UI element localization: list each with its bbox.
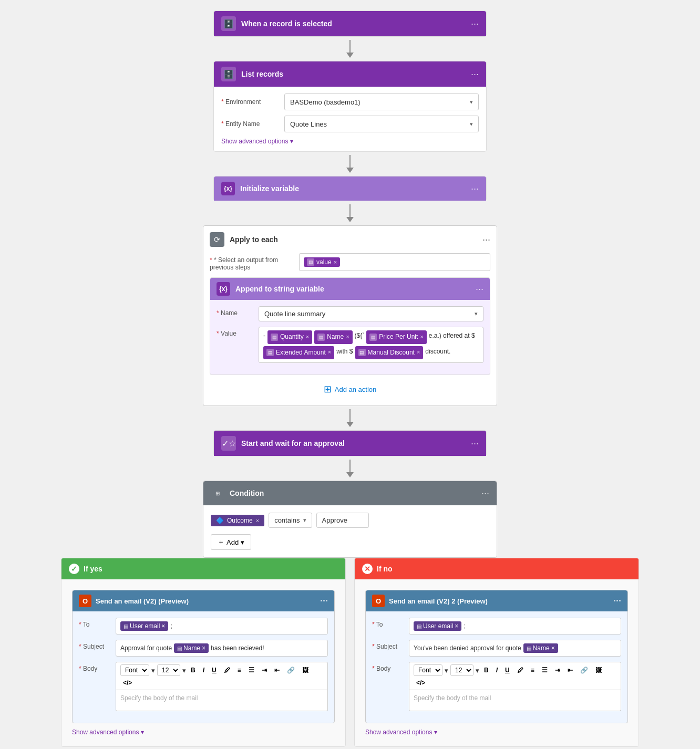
no-highlight-btn[interactable]: 🖊 — [514, 665, 526, 675]
nested-append-title: Append to string variable — [235, 285, 476, 293]
yes-to-token: ▤ User email × — [120, 621, 168, 631]
no-body-toolbar: Font ▾ 12 ▾ B I U — [409, 662, 621, 690]
step-list-records: 🗄️ List records ··· Environment BASDemo … — [213, 61, 487, 152]
manual-discount-token-close[interactable]: × — [417, 347, 420, 358]
yes-link-btn[interactable]: 🔗 — [284, 665, 297, 675]
condition-type-dropdown[interactable]: contains ▾ — [269, 513, 312, 528]
environment-dropdown[interactable]: BASDemo (basdemo1) ▾ — [284, 93, 479, 110]
outcome-token-close[interactable]: × — [256, 517, 259, 524]
no-font-select[interactable]: Font — [414, 664, 442, 676]
yes-to-input[interactable]: ▤ User email × ; — [116, 618, 328, 634]
step-apply-each: ⟳ Apply to each ··· * Select an output f… — [203, 225, 497, 406]
yes-subject-label: Subject — [79, 640, 116, 650]
yes-body-input[interactable]: Specify the body of the mail — [116, 690, 328, 711]
no-underline-btn[interactable]: U — [502, 665, 512, 675]
select-output-label: * Select an output from previous steps — [210, 253, 299, 271]
arrow-3 — [346, 204, 354, 222]
show-advanced-list[interactable]: Show advanced options ▾ — [221, 138, 479, 145]
append-value-label: Value — [217, 327, 259, 337]
yes-indent-btn[interactable]: ⇥ — [259, 665, 270, 675]
no-outdent-btn[interactable]: ⇤ — [565, 665, 575, 675]
branch-no: ✕ If no O Send an email (V2) 2 (Preview)… — [354, 558, 639, 747]
condition-value-input[interactable]: Approve — [316, 513, 369, 528]
no-ul-btn[interactable]: ≡ — [528, 665, 537, 675]
email-yes-menu[interactable]: ··· — [320, 596, 328, 607]
name-token-close[interactable]: × — [346, 332, 349, 342]
add-condition-btn[interactable]: ＋ Add ▾ — [211, 534, 489, 550]
no-to-input[interactable]: ▤ User email × ; — [409, 618, 621, 634]
apply-each-icon: ⟳ — [210, 232, 224, 247]
yes-ol-btn[interactable]: ☰ — [246, 665, 257, 675]
add-button[interactable]: ＋ Add ▾ — [211, 534, 251, 550]
apply-each-menu[interactable]: ··· — [482, 234, 490, 245]
token-close-btn[interactable]: × — [334, 259, 337, 265]
yes-subject-token-close[interactable]: × — [202, 644, 205, 652]
email-card-no: O Send an email (V2) 2 (Preview) ··· To … — [365, 590, 628, 723]
o365-icon-no: O — [372, 595, 385, 607]
step-approval-menu[interactable]: ··· — [471, 438, 479, 449]
no-link-btn[interactable]: 🔗 — [578, 665, 591, 675]
no-italic-btn[interactable]: I — [493, 665, 500, 675]
show-advanced-yes[interactable]: Show advanced options ▾ — [72, 729, 335, 736]
ext-amount-token-close[interactable]: × — [328, 347, 331, 358]
entity-dropdown[interactable]: Quote Lines ▾ — [284, 116, 479, 132]
no-img-btn[interactable]: 🖼 — [593, 665, 604, 675]
nested-append-menu[interactable]: ··· — [476, 284, 483, 295]
step-approval-title: Start and wait for an approval — [241, 439, 471, 448]
condition-icon: ⊞ — [211, 486, 224, 500]
step-condition-menu[interactable]: ··· — [481, 488, 489, 499]
approval-icon: ✓☆ — [221, 436, 236, 451]
no-bold-btn[interactable]: B — [481, 665, 491, 675]
apply-each-header: ⟳ Apply to each ··· — [210, 232, 490, 247]
yes-ul-btn[interactable]: ≡ — [235, 665, 244, 675]
yes-body-label: Body — [79, 662, 116, 672]
email-no-menu[interactable]: ··· — [613, 596, 621, 607]
adv-chevron-no: ▾ — [434, 729, 437, 736]
email-card-no-body: To ▤ User email × ; Subje — [366, 611, 627, 723]
yes-size-select[interactable]: 12 — [157, 664, 180, 676]
no-body-editor: Font ▾ 12 ▾ B I U — [409, 662, 621, 711]
no-subject-input[interactable]: You've been denied approval for quote ▤ … — [409, 640, 621, 657]
yes-outdent-btn[interactable]: ⇤ — [272, 665, 282, 675]
add-action-btn[interactable]: ⊞ Add an action — [210, 379, 490, 399]
append-name-dropdown[interactable]: Quote line summary ▾ — [259, 306, 483, 321]
environment-label: Environment — [221, 98, 284, 106]
no-to-token-close[interactable]: × — [455, 622, 458, 630]
no-subject-token-close[interactable]: × — [551, 644, 555, 652]
email-card-no-header: O Send an email (V2) 2 (Preview) ··· — [366, 590, 627, 611]
price-token-close[interactable]: × — [420, 332, 423, 342]
append-value-input[interactable]: - ▤ Quantity × ▤ Name × (${` — [259, 327, 483, 363]
yes-size-sep: ▾ — [182, 667, 186, 674]
contains-chevron: ▾ — [303, 517, 306, 524]
yes-to-token-close[interactable]: × — [161, 622, 165, 630]
add-action-icon: ⊞ — [324, 383, 332, 395]
step-list-records-menu[interactable]: ··· — [471, 69, 479, 80]
name-chevron: ▾ — [475, 310, 478, 317]
yes-subject-input[interactable]: Approval for quote ▤ Name × has been rec… — [116, 640, 328, 657]
no-size-select[interactable]: 12 — [450, 664, 473, 676]
step-when-record-menu[interactable]: ··· — [471, 18, 479, 29]
entity-label: Entity Name — [221, 120, 284, 128]
no-size-sep: ▾ — [476, 667, 479, 674]
no-ol-btn[interactable]: ☰ — [539, 665, 550, 675]
select-output-input[interactable]: ▤ value × — [299, 253, 490, 271]
step-init-var-menu[interactable]: ··· — [471, 183, 479, 194]
no-code-btn[interactable]: </> — [414, 678, 428, 688]
step-condition-header: ⊞ Condition ··· — [203, 481, 497, 505]
yes-img-btn[interactable]: 🖼 — [300, 665, 311, 675]
no-indent-btn[interactable]: ⇥ — [552, 665, 563, 675]
yes-code-btn[interactable]: </> — [120, 678, 135, 688]
yes-italic-btn[interactable]: I — [200, 665, 207, 675]
qty-token-close[interactable]: × — [306, 332, 309, 342]
no-toolbar-sep: ▾ — [445, 667, 448, 674]
database-icon: 🗄️ — [221, 16, 236, 31]
show-advanced-no[interactable]: Show advanced options ▾ — [365, 729, 628, 736]
yes-font-select[interactable]: Font — [120, 664, 149, 676]
environment-row: Environment BASDemo (basdemo1) ▾ — [221, 93, 479, 110]
yes-highlight-btn[interactable]: 🖊 — [221, 665, 233, 675]
yes-underline-btn[interactable]: U — [209, 665, 219, 675]
adv-chevron-yes: ▾ — [141, 729, 144, 736]
yes-bold-btn[interactable]: B — [188, 665, 198, 675]
no-body-input[interactable]: Specify the body of the mail — [409, 690, 621, 711]
nested-append-header: {x} Append to string variable ··· — [210, 278, 490, 300]
